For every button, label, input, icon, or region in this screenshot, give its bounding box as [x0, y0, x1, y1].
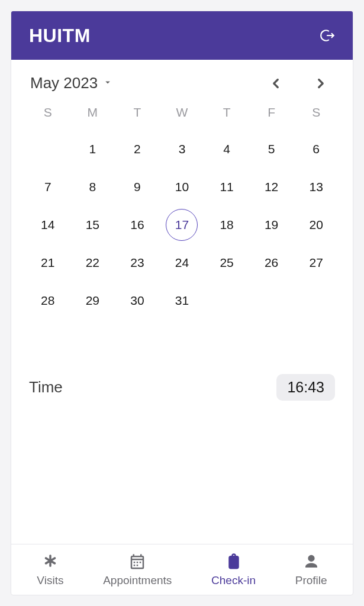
day-cell[interactable]: 23 [115, 247, 160, 279]
day-number: 27 [300, 247, 332, 279]
tab-bar: Visits Appointments Check-in Profile [11, 544, 353, 595]
day-number: 30 [121, 285, 153, 317]
weekday-label: S [25, 105, 70, 120]
day-number: 31 [166, 285, 198, 317]
day-cell[interactable]: 3 [160, 133, 205, 165]
day-cell[interactable]: 8 [70, 171, 115, 203]
weekday-label: T [115, 105, 160, 120]
day-number: 17 [166, 209, 198, 241]
day-cell[interactable]: 14 [25, 209, 70, 241]
day-cell[interactable]: 13 [294, 171, 339, 203]
time-label: Time [29, 378, 63, 397]
day-cell[interactable]: 28 [25, 285, 70, 317]
day-number: 2 [121, 133, 153, 165]
calendar-grid: 1234567891011121314151617181920212223242… [25, 130, 339, 320]
day-cell[interactable]: 19 [249, 209, 294, 241]
chevron-down-icon [102, 77, 113, 90]
tab-checkin[interactable]: Check-in [211, 553, 256, 587]
day-number: 25 [211, 247, 243, 279]
day-cell[interactable]: 25 [204, 247, 249, 279]
day-number: 7 [32, 171, 64, 203]
tab-label: Profile [295, 574, 327, 587]
day-number: 24 [166, 247, 198, 279]
tab-label: Appointments [103, 574, 172, 587]
tab-label: Visits [37, 574, 63, 587]
month-nav [265, 73, 339, 94]
day-number: 4 [211, 133, 243, 165]
day-cell[interactable]: 9 [115, 171, 160, 203]
day-cell[interactable]: 12 [249, 171, 294, 203]
day-number: 13 [300, 171, 332, 203]
day-cell[interactable]: 10 [160, 171, 205, 203]
day-cell[interactable]: 15 [70, 209, 115, 241]
logout-button[interactable] [317, 25, 339, 46]
app-frame: HUITM May 2023 [11, 11, 353, 595]
day-number: 6 [300, 133, 332, 165]
day-cell[interactable]: 22 [70, 247, 115, 279]
day-cell[interactable]: 18 [204, 209, 249, 241]
day-cell[interactable]: 2 [115, 133, 160, 165]
day-cell[interactable]: 31 [160, 285, 205, 317]
day-number: 16 [121, 209, 153, 241]
day-number: 15 [76, 209, 108, 241]
day-number: 1 [76, 133, 108, 165]
day-number: 10 [166, 171, 198, 203]
day-number: 8 [76, 171, 108, 203]
time-row: Time 16:43 [25, 374, 339, 401]
header-bar: HUITM [11, 11, 353, 60]
weekday-row: SMTWTFS [25, 105, 339, 120]
tab-appointments[interactable]: Appointments [103, 553, 172, 587]
prev-month-button[interactable] [265, 73, 286, 94]
day-number: 29 [76, 285, 108, 317]
day-cell[interactable]: 1 [70, 133, 115, 165]
day-number: 19 [256, 209, 288, 241]
day-cell[interactable]: 6 [294, 133, 339, 165]
day-cell[interactable]: 21 [25, 247, 70, 279]
weekday-label: S [294, 105, 339, 120]
tab-profile[interactable]: Profile [295, 553, 327, 587]
next-month-button[interactable] [310, 73, 331, 94]
day-number: 21 [32, 247, 64, 279]
day-number: 5 [256, 133, 288, 165]
day-cell[interactable]: 5 [249, 133, 294, 165]
weekday-label: F [249, 105, 294, 120]
day-number: 20 [300, 209, 332, 241]
chevron-left-icon [268, 76, 284, 91]
day-cell[interactable]: 24 [160, 247, 205, 279]
day-cell[interactable]: 26 [249, 247, 294, 279]
chevron-right-icon [313, 76, 328, 91]
time-picker[interactable]: 16:43 [276, 374, 335, 401]
content: May 2023 SMTWTFS 12345678910111213141516… [11, 60, 353, 544]
day-number: 26 [256, 247, 288, 279]
day-number: 23 [121, 247, 153, 279]
tab-visits[interactable]: Visits [37, 553, 63, 587]
weekday-label: W [160, 105, 205, 120]
day-cell[interactable]: 30 [115, 285, 160, 317]
day-cell[interactable]: 16 [115, 209, 160, 241]
day-cell[interactable]: 4 [204, 133, 249, 165]
day-number: 14 [32, 209, 64, 241]
day-cell[interactable]: 20 [294, 209, 339, 241]
day-cell[interactable]: 29 [70, 285, 115, 317]
calendar-icon [128, 553, 146, 570]
weekday-label: M [70, 105, 115, 120]
app-title: HUITM [29, 25, 91, 47]
day-number: 9 [121, 171, 153, 203]
asterisk-icon [41, 553, 59, 570]
day-number: 28 [32, 285, 64, 317]
day-cell[interactable]: 7 [25, 171, 70, 203]
day-number: 3 [166, 133, 198, 165]
month-selector[interactable]: May 2023 [25, 70, 118, 96]
logout-icon [320, 28, 336, 43]
day-number: 22 [76, 247, 108, 279]
month-label: May 2023 [30, 74, 98, 92]
clipboard-icon [225, 553, 243, 570]
day-cell[interactable]: 27 [294, 247, 339, 279]
day-number: 18 [211, 209, 243, 241]
person-icon [302, 553, 320, 570]
day-number: 11 [211, 171, 243, 203]
day-number: 12 [256, 171, 288, 203]
day-cell[interactable]: 11 [204, 171, 249, 203]
calendar-header: May 2023 [25, 70, 339, 96]
day-cell[interactable]: 17 [160, 209, 205, 241]
